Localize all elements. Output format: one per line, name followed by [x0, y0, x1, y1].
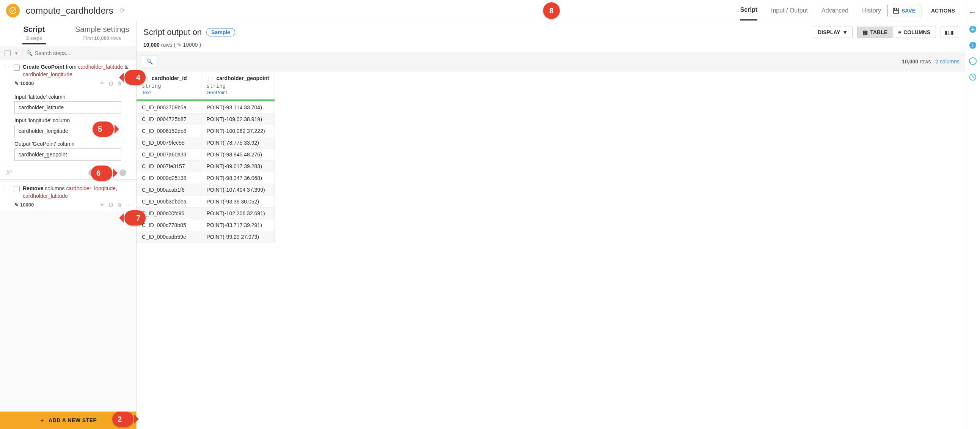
- table-row[interactable]: C_ID_000b3dbdeaPOINT(-93.36 30.052): [137, 196, 275, 208]
- actions-button[interactable]: ACTIONS: [927, 5, 959, 16]
- chart-icon: ▮▯▮: [945, 29, 954, 35]
- help-icon[interactable]: [119, 169, 126, 176]
- back-arrow-icon[interactable]: ←: [969, 8, 977, 18]
- sample-pill[interactable]: Sample: [206, 28, 235, 37]
- cell-cardholder-geopoint: POINT(-98.347 36.068): [201, 172, 275, 184]
- page-title: compute_cardholders: [26, 5, 113, 16]
- cell-cardholder-geopoint: POINT(-83.717 39.291): [201, 219, 275, 231]
- step-remove-columns[interactable]: ⋮⋮ Remove columns cardholder_longitude, …: [0, 182, 136, 211]
- annotation-4: 4: [124, 70, 146, 85]
- step-checkbox[interactable]: [14, 186, 20, 192]
- divider: [22, 49, 22, 57]
- info-circle-icon[interactable]: i: [969, 41, 977, 49]
- sidebar-tab-sample-sub: First 10,000 rows: [68, 35, 137, 43]
- search-steps-input[interactable]: [35, 50, 132, 56]
- table-row[interactable]: C_ID_000acab1f6POINT(-107.404 37.399): [137, 184, 275, 196]
- table-row[interactable]: C_ID_0007fe3157POINT(-89.017 39.283): [137, 161, 275, 172]
- save-label: SAVE: [902, 8, 916, 14]
- tab-history[interactable]: History: [862, 1, 881, 20]
- table-row[interactable]: C_ID_0006152db8POINT(-100.062 37.222): [137, 125, 275, 137]
- right-rail: ← i: [965, 0, 980, 429]
- table-row[interactable]: C_ID_0002709b5aPOINT(-93.114 33.704): [137, 102, 275, 113]
- svg-text:i: i: [972, 43, 974, 48]
- tab-advanced[interactable]: Advanced: [821, 1, 848, 20]
- chart-button[interactable]: ▮▯▮: [940, 27, 958, 38]
- more-icon[interactable]: ⋯: [126, 202, 131, 208]
- annotation-8: 8: [543, 2, 560, 19]
- sync-icon[interactable]: ⟳: [119, 6, 125, 15]
- step2-count: 10000: [20, 202, 34, 208]
- power-icon[interactable]: ⏻: [108, 202, 113, 208]
- cell-cardholder-id: C_ID_000acab1f6: [137, 184, 201, 196]
- cell-cardholder-id: C_ID_0002709b5a: [137, 102, 201, 113]
- rows-summary: 10,000 rows ( ✎ 10000 ): [137, 42, 965, 52]
- formula-icon[interactable]: X²: [6, 169, 12, 176]
- tab-input-output[interactable]: Input / Output: [771, 1, 808, 20]
- pencil-icon[interactable]: ✎: [177, 42, 182, 48]
- top-nav: Script Input / Output Advanced History: [740, 0, 881, 21]
- sidebar-tab-script[interactable]: Script 3 steps: [0, 21, 68, 46]
- power-icon[interactable]: ⏻: [108, 80, 113, 86]
- step-checkbox[interactable]: [14, 65, 20, 71]
- sidebar-tab-script-title: Script: [0, 25, 68, 34]
- cell-cardholder-id: C_ID_0007a60a33: [137, 149, 201, 161]
- table-row[interactable]: C_ID_000c778b05POINT(-83.717 39.291): [137, 219, 275, 231]
- cell-cardholder-geopoint: POINT(-107.404 37.399): [201, 184, 275, 196]
- plus-circle-icon[interactable]: [969, 25, 977, 33]
- output-geopoint-input[interactable]: [14, 148, 121, 161]
- eye-icon[interactable]: 👁: [100, 202, 105, 208]
- select-all-checkbox[interactable]: [5, 50, 11, 56]
- comment-icon[interactable]: [969, 57, 977, 65]
- cell-cardholder-id: C_ID_000c00fc96: [137, 208, 201, 219]
- pencil-icon: ✎: [14, 202, 19, 208]
- column-header-cardholder-id[interactable]: ⋮⋮cardholder_id string Text: [137, 72, 201, 99]
- view-table-button[interactable]: ▦ TABLE: [858, 27, 893, 38]
- table-row[interactable]: C_ID_00079fec55POINT(-78.775 33.92): [137, 137, 275, 149]
- output-geopoint-label: Output 'GeoPoint' column: [14, 141, 131, 147]
- drag-handle-icon[interactable]: ⋮⋮: [207, 77, 214, 81]
- drag-handle-icon[interactable]: ⋮⋮: [3, 187, 11, 190]
- cell-cardholder-id: C_ID_000b3dbdea: [137, 196, 201, 208]
- annotation-7: 7: [124, 211, 146, 225]
- longitude-label: Input 'longitude' column: [14, 117, 131, 123]
- eye-icon[interactable]: 👁: [100, 80, 105, 86]
- table-row[interactable]: C_ID_000cadb59ePOINT(-99.29 27.973): [137, 231, 275, 243]
- sidebar-tab-sample-settings[interactable]: Sample settings First 10,000 rows: [68, 21, 137, 46]
- column-header-cardholder-geopoint[interactable]: ⋮⋮cardholder_geopoint string GeoPoint: [201, 72, 275, 99]
- drag-handle-icon[interactable]: ⋮⋮: [3, 65, 11, 69]
- table-row[interactable]: C_ID_0009d25138POINT(-98.347 36.068): [137, 172, 275, 184]
- plus-icon: ＋: [40, 417, 45, 424]
- annotation-5: 5: [92, 121, 114, 137]
- save-button[interactable]: 💾 SAVE: [887, 5, 921, 16]
- annotation-6: 6: [91, 166, 112, 181]
- search-icon: 🔍: [26, 50, 33, 56]
- latitude-label: Input 'latitude' column: [14, 94, 131, 100]
- brand-logo: [6, 4, 20, 18]
- cell-cardholder-id: C_ID_0007fe3157: [137, 161, 201, 172]
- view-toggle: ▦ TABLE ≡ COLUMNS: [857, 27, 936, 38]
- tab-script[interactable]: Script: [740, 0, 757, 21]
- view-columns-button[interactable]: ≡ COLUMNS: [893, 27, 935, 38]
- list-icon: ≡: [898, 29, 901, 35]
- table-meta: 10,000 rows · 2 columns: [902, 59, 959, 65]
- table-row[interactable]: C_ID_0004725b87POINT(-109.02 38.919): [137, 113, 275, 125]
- display-button[interactable]: DISPLAY ▼: [813, 27, 853, 38]
- history-icon[interactable]: [969, 73, 977, 81]
- cell-cardholder-geopoint: POINT(-99.29 27.973): [201, 231, 275, 243]
- sidebar-tab-sample-title: Sample settings: [68, 25, 137, 34]
- output-title: Script output on: [143, 27, 202, 37]
- latitude-input[interactable]: [14, 101, 121, 113]
- table-row[interactable]: C_ID_000c00fc96POINT(-102.206 32.691): [137, 208, 275, 219]
- add-step-label: ADD A NEW STEP: [49, 417, 97, 423]
- columns-count-link[interactable]: 2 columns: [935, 59, 959, 65]
- step1-count: 10000: [20, 80, 34, 86]
- output-table: ⋮⋮cardholder_id string Text ⋮⋮cardholder…: [137, 72, 275, 243]
- table-search-button[interactable]: 🔍: [142, 55, 157, 68]
- sidebar: Script 3 steps Sample settings First 10,…: [0, 21, 137, 429]
- table-row[interactable]: C_ID_0007a60a33POINT(-98.945 48.276): [137, 149, 275, 161]
- trash-icon[interactable]: 🗑: [117, 202, 122, 208]
- cell-cardholder-id: C_ID_00079fec55: [137, 137, 201, 149]
- cell-cardholder-geopoint: POINT(-93.36 30.052): [201, 196, 275, 208]
- step-create-geopoint[interactable]: ⋮⋮ Create GeoPoint from cardholder_latit…: [0, 61, 136, 180]
- select-menu-caret[interactable]: ▼: [14, 51, 18, 56]
